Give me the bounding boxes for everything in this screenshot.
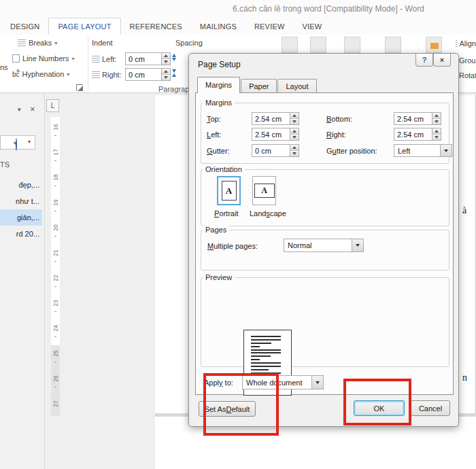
ruler-number: 25 [52,349,60,358]
document-page[interactable] [155,95,189,413]
orientation-group-label: Orientation [203,165,245,173]
dropdown-arrow-icon[interactable] [311,376,323,389]
ribbon-tab-design[interactable]: DESIGN [1,18,48,35]
ruler-number: 17 [52,148,60,157]
search-result-item[interactable]: đẹp,... [0,177,42,193]
left-margin-input[interactable]: 2.54 cm [252,128,290,141]
dialog-tab-strip: MarginsPaperLayout [197,77,318,93]
ruler-tick [54,211,56,211]
spacing-label: Spacing [175,39,203,47]
landscape-icon: A [254,184,275,198]
pane-close-icon[interactable]: × [30,104,35,114]
position-icon[interactable] [344,37,360,53]
preview-text-line [251,339,281,341]
spacing-after-icon[interactable] [172,69,176,77]
hyphenation-button[interactable]: bca- Hyphenation ▾ [12,70,69,78]
multiple-pages-select[interactable]: Normal [284,239,364,252]
chevron-down-icon: ▾ [67,71,69,77]
columns-label-fragment[interactable]: ns [0,63,8,71]
breaks-button[interactable]: Breaks ▾ [18,39,57,47]
dropdown-arrow-icon[interactable] [352,239,363,251]
right-margin-stepper[interactable] [432,128,441,141]
cancel-button[interactable]: Cancel [411,400,450,416]
landscape-option[interactable]: A [252,176,276,205]
gutter-label: Gutter: [207,147,230,155]
ruler-tick [54,160,56,161]
search-input[interactable]: ▾ [0,135,35,150]
preview-text-line [251,355,271,357]
page-color-icon[interactable] [310,37,326,53]
pane-options-caret-icon[interactable]: ▾ [18,106,21,113]
document-text-fragment: n [462,372,467,383]
hyphenation-icon: bca- [12,71,20,78]
document-page-right[interactable]: à n [458,95,476,413]
watermark-icon[interactable] [282,37,298,53]
dialog-tab-paper[interactable]: Paper [241,79,277,93]
portrait-option[interactable]: A [217,176,241,205]
preview-text-line [251,359,260,360]
preview-text-line [251,369,269,370]
top-margin-stepper[interactable] [290,112,299,125]
search-result-item[interactable]: rd 20... [0,226,42,242]
dropdown-arrow-icon[interactable] [440,145,452,156]
ribbon-tab-references[interactable]: REFERENCES [121,18,191,35]
ruler-tick [54,236,56,237]
bring-forward-icon[interactable] [426,37,442,53]
right-margin-label: Right: [326,131,346,139]
dialog-tab-margins[interactable]: Margins [197,77,240,93]
ribbon-tab-page-layout[interactable]: PAGE LAYOUT [48,18,120,35]
bottom-margin-input[interactable]: 2.54 cm [394,112,432,125]
line-numbers-icon [12,54,20,63]
ribbon-tab-view[interactable]: VIEW [294,18,331,35]
indent-left-stepper[interactable] [162,52,171,65]
search-result-item[interactable]: giản,... [0,209,42,226]
vertical-ruler[interactable]: 161718192021222324252627 [51,117,60,416]
dialog-close-button[interactable]: × [433,54,451,67]
top-margin-label: Top: [207,115,221,123]
dialog-help-button[interactable]: ? [415,54,433,67]
search-caret-icon[interactable]: ▾ [28,139,31,145]
spacing-before-icon[interactable] [172,54,176,61]
search-results-list: đẹp,...như t...giản,...rd 20... [0,177,42,242]
paragraph-group-label-fragment: Paragrap [158,85,189,93]
dialog-tab-layout[interactable]: Layout [277,79,316,93]
tab-stop-selector[interactable]: L [46,99,59,112]
ruler-number: 24 [52,324,60,333]
search-icon [16,138,17,151]
indent-right-input[interactable]: 0 cm [125,68,162,81]
ruler-number: 23 [52,299,60,308]
title-bar: 6.cách căn lề trong word [Compatibility … [0,0,476,18]
ribbon-tab-mailings[interactable]: MAILINGS [191,18,245,35]
results-tab-fragment[interactable]: TS [0,160,10,169]
indent-left-input[interactable]: 0 cm [125,52,162,65]
indent-left-row: Left: [92,55,116,63]
align-icon [456,40,458,47]
ruler-tick [54,135,56,136]
ruler-tick [54,362,56,362]
bottom-margin-label: Bottom: [326,115,352,123]
top-margin-input[interactable]: 2.54 cm [252,112,290,125]
gutter-input[interactable]: 0 cm [252,144,290,157]
left-margin-stepper[interactable] [290,128,299,141]
ribbon-tab-review[interactable]: REVIEW [245,18,294,35]
gutter-position-select[interactable]: Left [394,144,452,157]
ruler-tick [54,336,56,337]
ruler-number: 16 [52,123,60,132]
ruler-number: 21 [52,249,60,258]
gutter-stepper[interactable] [290,144,299,157]
page-setup-dialog-launcher[interactable] [76,84,83,91]
indent-right-stepper[interactable] [162,68,171,81]
wrap-text-icon[interactable] [385,37,401,53]
annotation-rectangle-ok [343,379,411,425]
bottom-margin-stepper[interactable] [432,112,441,125]
preview-text-line [251,352,281,353]
page-setup-dialog: Page Setup ? × MarginsPaperLayout Margin… [188,53,459,427]
ruler-number: 27 [52,400,60,409]
right-margin-input[interactable]: 2.54 cm [394,128,432,141]
annotation-rectangle-apply [203,373,279,436]
line-numbers-button[interactable]: Line Numbers ▾ [12,54,75,63]
indent-right-icon [92,71,100,78]
chevron-down-icon: ▾ [71,56,74,62]
search-result-item[interactable]: như t... [0,193,42,209]
align-button[interactable]: Align [456,37,476,50]
